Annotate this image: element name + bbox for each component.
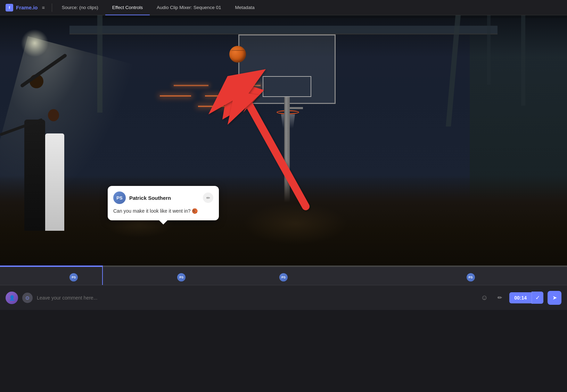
menu-icon[interactable]: ≡ — [42, 5, 45, 10]
timeline-avatar-3[interactable]: PS — [279, 272, 288, 282]
backboard — [238, 34, 336, 104]
tab-bar: f Frame.io ≡ Source: (no clips) Effect C… — [0, 0, 567, 15]
player-right — [42, 109, 69, 231]
emoji-icon: ☺ — [481, 294, 488, 302]
timeline-avatar-2[interactable]: PS — [176, 272, 186, 282]
tab-source[interactable]: Source: (no clips) — [55, 0, 105, 15]
video-player[interactable]: PS Patrick Southern ✏ Can you make it lo… — [0, 15, 567, 266]
light-strip-2 — [205, 95, 236, 97]
comment-username: Patrick Southern — [129, 195, 171, 201]
comment-edit-button[interactable]: ✏ — [203, 193, 213, 203]
player-right-body — [45, 133, 64, 231]
comment-bubble: PS Patrick Southern ✏ Can you make it lo… — [108, 186, 219, 220]
avatar-inner: PS — [113, 191, 126, 204]
comment-user: PS Patrick Southern — [113, 191, 171, 204]
timeline-avatar-1[interactable]: PS — [69, 272, 79, 282]
timeline-avatar-4[interactable]: PS — [466, 272, 476, 282]
check-button[interactable]: ✓ — [532, 292, 543, 304]
timestamp-button[interactable]: 00:14 — [509, 292, 532, 303]
light-strip-4 — [174, 85, 208, 86]
basketball — [229, 46, 246, 63]
tab-audio-clip-mixer[interactable]: Audio Clip Mixer: Sequence 01 — [150, 0, 228, 15]
video-background: PS Patrick Southern ✏ Can you make it lo… — [0, 15, 567, 266]
ceiling-beam-top — [0, 15, 567, 18]
bottom-bar: 👤 ⊙ ☺ ✏ 00:14 ✓ ➤ — [0, 285, 567, 310]
brand-tab[interactable]: f Frame.io ≡ — [4, 4, 49, 11]
pen-icon: ✏ — [498, 294, 502, 301]
light-source — [21, 29, 49, 57]
emoji-button[interactable]: ☺ — [479, 292, 490, 303]
ceiling-strut-3 — [521, 15, 525, 106]
timeline-bar[interactable]: PS PS PS PS — [0, 266, 567, 285]
frameio-toggle-button[interactable]: ⊙ — [22, 293, 33, 303]
frameio-icon: ⊙ — [25, 295, 30, 301]
user-avatar: 👤 — [6, 292, 18, 304]
light-strip-3 — [198, 106, 243, 107]
tab-effect-controls[interactable]: Effect Controls — [105, 0, 150, 15]
timeline-track[interactable] — [0, 266, 567, 267]
ground-stain-2 — [243, 203, 347, 245]
user-avatar-icon: 👤 — [9, 295, 15, 301]
comment-input[interactable] — [37, 295, 475, 301]
check-icon: ✓ — [535, 294, 540, 301]
playhead — [102, 266, 103, 285]
pen-button[interactable]: ✏ — [494, 292, 505, 303]
edit-icon: ✏ — [206, 195, 210, 201]
light-strip-1 — [160, 95, 191, 97]
brand-label: Frame.io — [16, 5, 38, 10]
timeline-progress — [0, 266, 102, 267]
comment-text: Can you make it look like it went in? 🏀 — [113, 207, 213, 215]
timestamp-value: 00:14 — [514, 295, 527, 301]
comment-avatar: PS — [113, 191, 126, 204]
ceiling-beam-1 — [69, 26, 498, 34]
scene: PS Patrick Southern ✏ Can you make it lo… — [0, 15, 567, 266]
ceiling-strut-4 — [487, 15, 491, 85]
tab-metadata[interactable]: Metadata — [228, 0, 261, 15]
tab-divider — [52, 3, 52, 12]
send-button[interactable]: ➤ — [548, 291, 561, 305]
send-icon: ➤ — [552, 294, 557, 301]
brand-icon: f — [6, 4, 13, 11]
timestamp-send-group: 00:14 ✓ — [509, 292, 543, 304]
player-right-head — [48, 109, 59, 121]
backboard-inner-box — [263, 76, 311, 97]
comment-header: PS Patrick Southern ✏ — [113, 191, 213, 204]
